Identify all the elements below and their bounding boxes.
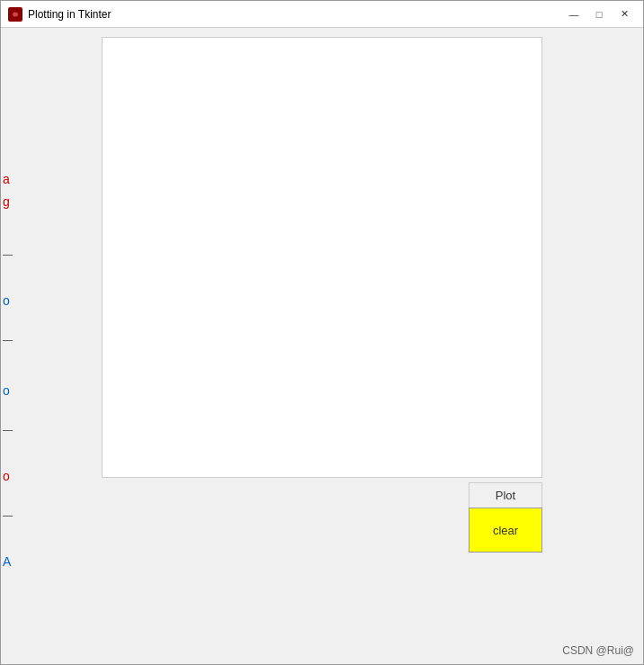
main-window: Plotting in Tkinter — □ ✕ a g — o — o — … (0, 0, 644, 665)
close-button[interactable]: ✕ (613, 5, 636, 23)
clear-button[interactable]: clear (469, 508, 542, 553)
window-controls: — □ ✕ (562, 5, 636, 23)
plot-button[interactable]: Plot (469, 482, 542, 508)
buttons-area: Plot clear (102, 482, 542, 553)
title-left: Plotting in Tkinter (8, 7, 112, 22)
watermark: CSDN @Rui@ (562, 644, 634, 657)
svg-point-1 (13, 12, 18, 16)
main-content: Plot clear (1, 28, 643, 664)
app-icon (8, 7, 22, 22)
window-title: Plotting in Tkinter (28, 8, 112, 21)
title-bar: Plotting in Tkinter — □ ✕ (1, 1, 643, 28)
maximize-button[interactable]: □ (587, 5, 611, 23)
minimize-button[interactable]: — (562, 5, 586, 23)
window-body: a g — o — o — o — A Plot clear CSDN @Rui (1, 28, 643, 664)
plot-canvas (102, 37, 542, 478)
